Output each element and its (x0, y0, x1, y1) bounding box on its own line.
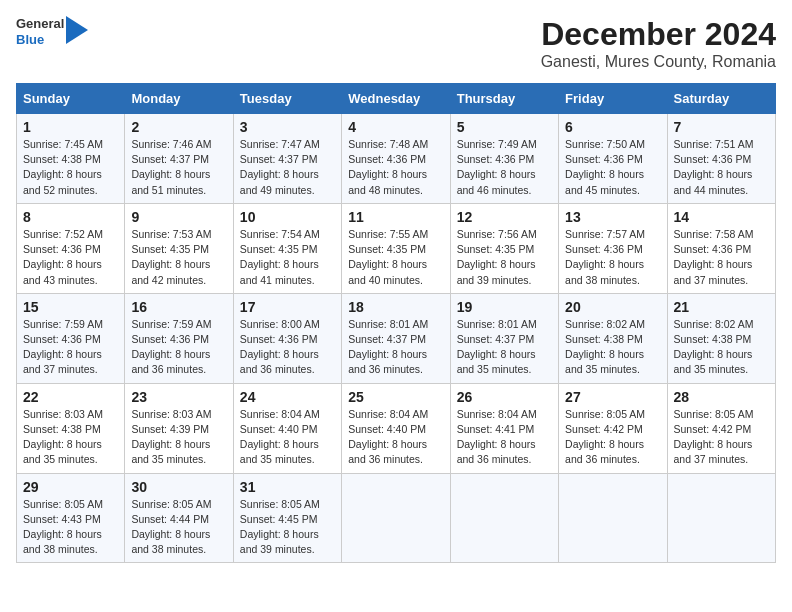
calendar-cell: 13 Sunrise: 7:57 AMSunset: 4:36 PMDaylig… (559, 203, 667, 293)
calendar-cell: 2 Sunrise: 7:46 AMSunset: 4:37 PMDayligh… (125, 114, 233, 204)
calendar-week-row: 29 Sunrise: 8:05 AMSunset: 4:43 PMDaylig… (17, 473, 776, 563)
calendar-week-row: 22 Sunrise: 8:03 AMSunset: 4:38 PMDaylig… (17, 383, 776, 473)
day-number: 5 (457, 119, 552, 135)
calendar-cell (559, 473, 667, 563)
day-detail: Sunrise: 8:05 AMSunset: 4:42 PMDaylight:… (565, 408, 645, 466)
calendar-table: Sunday Monday Tuesday Wednesday Thursday… (16, 83, 776, 563)
calendar-cell: 18 Sunrise: 8:01 AMSunset: 4:37 PMDaylig… (342, 293, 450, 383)
day-detail: Sunrise: 7:59 AMSunset: 4:36 PMDaylight:… (23, 318, 103, 376)
calendar-cell: 23 Sunrise: 8:03 AMSunset: 4:39 PMDaylig… (125, 383, 233, 473)
header-row: Sunday Monday Tuesday Wednesday Thursday… (17, 84, 776, 114)
page-header: General Blue December 2024 Ganesti, Mure… (16, 16, 776, 71)
logo: General Blue (16, 16, 88, 47)
col-friday: Friday (559, 84, 667, 114)
page-title: December 2024 (541, 16, 776, 53)
day-detail: Sunrise: 8:05 AMSunset: 4:42 PMDaylight:… (674, 408, 754, 466)
calendar-cell: 11 Sunrise: 7:55 AMSunset: 4:35 PMDaylig… (342, 203, 450, 293)
day-detail: Sunrise: 7:54 AMSunset: 4:35 PMDaylight:… (240, 228, 320, 286)
day-number: 20 (565, 299, 660, 315)
svg-marker-0 (66, 16, 88, 44)
col-tuesday: Tuesday (233, 84, 341, 114)
day-number: 21 (674, 299, 769, 315)
logo-general: General (16, 16, 64, 32)
day-number: 27 (565, 389, 660, 405)
calendar-cell: 10 Sunrise: 7:54 AMSunset: 4:35 PMDaylig… (233, 203, 341, 293)
logo-blue: Blue (16, 32, 64, 48)
day-number: 29 (23, 479, 118, 495)
calendar-cell: 6 Sunrise: 7:50 AMSunset: 4:36 PMDayligh… (559, 114, 667, 204)
day-number: 16 (131, 299, 226, 315)
calendar-cell: 24 Sunrise: 8:04 AMSunset: 4:40 PMDaylig… (233, 383, 341, 473)
day-detail: Sunrise: 7:52 AMSunset: 4:36 PMDaylight:… (23, 228, 103, 286)
day-number: 28 (674, 389, 769, 405)
col-monday: Monday (125, 84, 233, 114)
calendar-cell: 4 Sunrise: 7:48 AMSunset: 4:36 PMDayligh… (342, 114, 450, 204)
day-detail: Sunrise: 8:05 AMSunset: 4:45 PMDaylight:… (240, 498, 320, 556)
calendar-cell: 14 Sunrise: 7:58 AMSunset: 4:36 PMDaylig… (667, 203, 775, 293)
calendar-cell: 9 Sunrise: 7:53 AMSunset: 4:35 PMDayligh… (125, 203, 233, 293)
day-number: 3 (240, 119, 335, 135)
day-number: 14 (674, 209, 769, 225)
calendar-cell: 1 Sunrise: 7:45 AMSunset: 4:38 PMDayligh… (17, 114, 125, 204)
calendar-cell: 7 Sunrise: 7:51 AMSunset: 4:36 PMDayligh… (667, 114, 775, 204)
calendar-cell: 27 Sunrise: 8:05 AMSunset: 4:42 PMDaylig… (559, 383, 667, 473)
day-number: 31 (240, 479, 335, 495)
day-detail: Sunrise: 8:01 AMSunset: 4:37 PMDaylight:… (457, 318, 537, 376)
calendar-week-row: 1 Sunrise: 7:45 AMSunset: 4:38 PMDayligh… (17, 114, 776, 204)
day-detail: Sunrise: 7:46 AMSunset: 4:37 PMDaylight:… (131, 138, 211, 196)
logo-text: General Blue (16, 16, 64, 47)
day-number: 2 (131, 119, 226, 135)
day-detail: Sunrise: 7:57 AMSunset: 4:36 PMDaylight:… (565, 228, 645, 286)
day-detail: Sunrise: 8:05 AMSunset: 4:43 PMDaylight:… (23, 498, 103, 556)
day-number: 11 (348, 209, 443, 225)
day-detail: Sunrise: 7:51 AMSunset: 4:36 PMDaylight:… (674, 138, 754, 196)
day-detail: Sunrise: 8:03 AMSunset: 4:39 PMDaylight:… (131, 408, 211, 466)
day-detail: Sunrise: 8:02 AMSunset: 4:38 PMDaylight:… (674, 318, 754, 376)
day-detail: Sunrise: 8:00 AMSunset: 4:36 PMDaylight:… (240, 318, 320, 376)
calendar-week-row: 8 Sunrise: 7:52 AMSunset: 4:36 PMDayligh… (17, 203, 776, 293)
day-number: 13 (565, 209, 660, 225)
calendar-header: Sunday Monday Tuesday Wednesday Thursday… (17, 84, 776, 114)
day-number: 23 (131, 389, 226, 405)
calendar-cell: 25 Sunrise: 8:04 AMSunset: 4:40 PMDaylig… (342, 383, 450, 473)
calendar-cell: 28 Sunrise: 8:05 AMSunset: 4:42 PMDaylig… (667, 383, 775, 473)
col-saturday: Saturday (667, 84, 775, 114)
day-detail: Sunrise: 7:50 AMSunset: 4:36 PMDaylight:… (565, 138, 645, 196)
calendar-cell: 3 Sunrise: 7:47 AMSunset: 4:37 PMDayligh… (233, 114, 341, 204)
day-number: 24 (240, 389, 335, 405)
day-number: 18 (348, 299, 443, 315)
day-number: 10 (240, 209, 335, 225)
day-detail: Sunrise: 7:56 AMSunset: 4:35 PMDaylight:… (457, 228, 537, 286)
day-detail: Sunrise: 8:04 AMSunset: 4:40 PMDaylight:… (240, 408, 320, 466)
calendar-cell: 20 Sunrise: 8:02 AMSunset: 4:38 PMDaylig… (559, 293, 667, 383)
calendar-cell: 21 Sunrise: 8:02 AMSunset: 4:38 PMDaylig… (667, 293, 775, 383)
day-number: 4 (348, 119, 443, 135)
col-sunday: Sunday (17, 84, 125, 114)
calendar-cell: 26 Sunrise: 8:04 AMSunset: 4:41 PMDaylig… (450, 383, 558, 473)
day-detail: Sunrise: 7:59 AMSunset: 4:36 PMDaylight:… (131, 318, 211, 376)
calendar-cell (342, 473, 450, 563)
calendar-cell: 30 Sunrise: 8:05 AMSunset: 4:44 PMDaylig… (125, 473, 233, 563)
logo-arrow-icon (66, 16, 88, 44)
day-number: 25 (348, 389, 443, 405)
calendar-cell: 5 Sunrise: 7:49 AMSunset: 4:36 PMDayligh… (450, 114, 558, 204)
day-number: 9 (131, 209, 226, 225)
calendar-cell: 22 Sunrise: 8:03 AMSunset: 4:38 PMDaylig… (17, 383, 125, 473)
day-number: 15 (23, 299, 118, 315)
day-detail: Sunrise: 7:48 AMSunset: 4:36 PMDaylight:… (348, 138, 428, 196)
calendar-cell: 29 Sunrise: 8:05 AMSunset: 4:43 PMDaylig… (17, 473, 125, 563)
calendar-cell: 8 Sunrise: 7:52 AMSunset: 4:36 PMDayligh… (17, 203, 125, 293)
page-subtitle: Ganesti, Mures County, Romania (541, 53, 776, 71)
day-detail: Sunrise: 8:04 AMSunset: 4:40 PMDaylight:… (348, 408, 428, 466)
day-detail: Sunrise: 7:55 AMSunset: 4:35 PMDaylight:… (348, 228, 428, 286)
day-detail: Sunrise: 7:45 AMSunset: 4:38 PMDaylight:… (23, 138, 103, 196)
day-detail: Sunrise: 8:02 AMSunset: 4:38 PMDaylight:… (565, 318, 645, 376)
calendar-cell: 17 Sunrise: 8:00 AMSunset: 4:36 PMDaylig… (233, 293, 341, 383)
title-block: December 2024 Ganesti, Mures County, Rom… (541, 16, 776, 71)
calendar-cell: 19 Sunrise: 8:01 AMSunset: 4:37 PMDaylig… (450, 293, 558, 383)
day-detail: Sunrise: 8:05 AMSunset: 4:44 PMDaylight:… (131, 498, 211, 556)
col-thursday: Thursday (450, 84, 558, 114)
day-detail: Sunrise: 8:03 AMSunset: 4:38 PMDaylight:… (23, 408, 103, 466)
calendar-cell: 16 Sunrise: 7:59 AMSunset: 4:36 PMDaylig… (125, 293, 233, 383)
calendar-cell: 12 Sunrise: 7:56 AMSunset: 4:35 PMDaylig… (450, 203, 558, 293)
